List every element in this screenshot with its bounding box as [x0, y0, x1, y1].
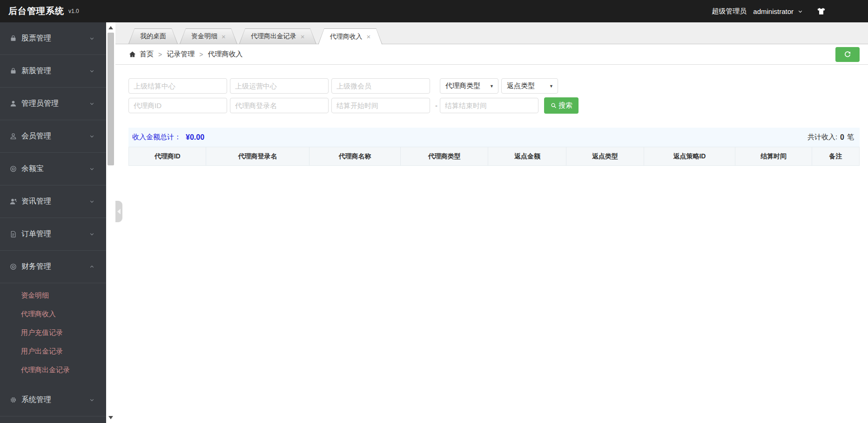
sidebar-item-system-mgmt[interactable]: 系统管理 — [0, 384, 106, 416]
chevron-down-icon[interactable] — [797, 8, 803, 14]
sidebar-subitem-user-withdraw[interactable]: 用户出金记录 — [0, 342, 106, 361]
sidebar-subitem-user-recharge[interactable]: 用户充值记录 — [0, 323, 106, 342]
select-value: 返点类型 — [507, 82, 535, 90]
chevron-down-icon — [89, 166, 95, 172]
filter-form: 代理商类型 ▼ 返点类型 ▼ - 搜索 — [115, 65, 868, 114]
tab-agent-withdraw-records[interactable]: 代理商出金记录 × — [239, 28, 316, 44]
sidebar-scrollbar[interactable] — [106, 22, 115, 423]
sidebar: 股票管理 新股管理 管理员管理 会员管理 余额宝 资讯管理 — [0, 22, 106, 423]
target-icon — [9, 263, 17, 271]
sidebar-item-label: 股票管理 — [21, 34, 51, 43]
tab-label: 代理商出金记录 — [251, 32, 296, 41]
chevron-down-icon — [89, 397, 95, 403]
settle-end-time-input[interactable] — [440, 98, 538, 113]
chevron-down-icon — [89, 68, 95, 74]
chevron-down-icon — [89, 35, 95, 41]
tab-label: 代理商收入 — [330, 33, 363, 41]
subitem-label: 资金明细 — [21, 291, 49, 300]
refresh-icon — [843, 50, 852, 59]
tab-label: 我的桌面 — [140, 32, 166, 41]
subitem-label: 用户出金记录 — [21, 347, 63, 356]
sidebar-item-news-mgmt[interactable]: 资讯管理 — [0, 185, 106, 218]
tab-agent-income[interactable]: 代理商收入 × — [318, 28, 383, 44]
sidebar-item-yuebao[interactable]: 余额宝 — [0, 153, 106, 185]
rebate-type-select[interactable]: 返点类型 ▼ — [501, 78, 558, 94]
parent-settlement-center-input[interactable] — [128, 78, 227, 94]
settle-start-time-input[interactable] — [331, 98, 430, 113]
sidebar-item-label: 管理员管理 — [21, 99, 59, 109]
finance-submenu: 资金明细 代理商收入 用户充值记录 用户出金记录 代理商出金记录 — [0, 283, 106, 384]
filter-row-1: 代理商类型 ▼ 返点类型 ▼ — [128, 78, 860, 94]
sidebar-item-admin-mgmt[interactable]: 管理员管理 — [0, 88, 106, 120]
income-count: 共计收入: 0 笔 — [807, 133, 854, 142]
sidebar-item-order-mgmt[interactable]: 订单管理 — [0, 218, 106, 251]
agent-id-input[interactable] — [128, 98, 227, 113]
chevron-up-icon — [89, 264, 95, 270]
sidebar-item-label: 资讯管理 — [21, 197, 51, 206]
breadcrumb-section[interactable]: 记录管理 — [167, 50, 195, 59]
chevron-down-icon — [89, 133, 95, 139]
agent-login-input[interactable] — [230, 98, 329, 113]
scrollbar-thumb[interactable] — [108, 33, 114, 165]
col-remark: 备注 — [812, 147, 859, 166]
sidebar-subitem-fund-details[interactable]: 资金明细 — [0, 286, 106, 305]
subitem-label: 用户充值记录 — [21, 328, 63, 337]
document-icon — [9, 230, 17, 238]
sidebar-item-finance-mgmt[interactable]: 财务管理 — [0, 251, 106, 283]
refresh-button[interactable] — [835, 47, 860, 62]
search-button[interactable]: 搜索 — [544, 97, 579, 114]
summary-bar: 收入金额总计： ¥0.00 共计收入: 0 笔 — [128, 128, 860, 147]
user-outline-icon — [9, 132, 17, 140]
chevron-down-icon — [89, 231, 95, 237]
sidebar-item-stock-mgmt[interactable]: 股票管理 — [0, 22, 106, 55]
tab-my-desktop[interactable]: 我的桌面 — [128, 28, 178, 44]
user-chat-icon — [9, 198, 17, 205]
tab-fund-details[interactable]: 资金明细 × — [180, 28, 237, 44]
close-icon[interactable]: × — [301, 33, 305, 40]
filter-row-2: - 搜索 — [128, 97, 860, 114]
agent-type-select[interactable]: 代理商类型 ▼ — [440, 78, 498, 94]
topbar-user-area: 超级管理员 administrator — [712, 7, 826, 16]
target-icon — [9, 165, 17, 173]
close-icon[interactable]: × — [222, 33, 226, 40]
subitem-label: 代理商出金记录 — [21, 366, 70, 375]
username[interactable]: administrator — [753, 7, 794, 15]
select-arrow-icon: ▼ — [490, 84, 494, 89]
sidebar-collapse-handle[interactable] — [115, 201, 122, 222]
scroll-up-arrow-icon[interactable] — [108, 26, 113, 29]
sidebar-item-label: 财务管理 — [21, 262, 51, 272]
chevron-down-icon — [89, 198, 95, 205]
col-rebate-type: 返点类型 — [566, 147, 644, 166]
tshirt-icon[interactable] — [816, 7, 826, 16]
briefcase-icon — [9, 67, 17, 75]
subitem-label: 代理商收入 — [21, 310, 56, 319]
col-agent-login: 代理商登录名 — [206, 147, 309, 166]
col-agent-id: 代理商ID — [129, 147, 206, 166]
table-header-row: 代理商ID 代理商登录名 代理商名称 代理商类型 返点金额 返点类型 返点策略I… — [129, 147, 860, 166]
close-icon[interactable]: × — [367, 33, 371, 40]
income-total-value: ¥0.00 — [186, 133, 204, 142]
sidebar-item-newstock-mgmt[interactable]: 新股管理 — [0, 55, 106, 88]
sidebar-item-member-mgmt[interactable]: 会员管理 — [0, 120, 106, 153]
scroll-down-arrow-icon[interactable] — [108, 416, 113, 419]
income-total-label: 收入金额总计： — [132, 133, 181, 142]
sidebar-item-label: 订单管理 — [21, 229, 51, 239]
content-area: 我的桌面 资金明细 × 代理商出金记录 × 代理商收入 × — [115, 22, 868, 423]
tab-label: 资金明细 — [191, 32, 217, 41]
user-icon — [9, 100, 17, 108]
breadcrumb-separator: > — [199, 51, 203, 58]
income-count-value: 0 — [840, 133, 844, 142]
sidebar-subitem-agent-income[interactable]: 代理商收入 — [0, 305, 106, 323]
select-value: 代理商类型 — [445, 82, 480, 90]
breadcrumb-bar: 首页 > 记录管理 > 代理商收入 — [115, 44, 868, 65]
parent-operation-center-input[interactable] — [230, 78, 329, 94]
breadcrumb-home[interactable]: 首页 — [140, 50, 154, 59]
home-icon[interactable] — [128, 50, 136, 58]
parent-micro-member-input[interactable] — [331, 78, 430, 94]
user-role: 超级管理员 — [712, 7, 747, 16]
sidebar-item-label: 余额宝 — [21, 164, 44, 174]
income-count-unit: 笔 — [847, 133, 854, 142]
sidebar-subitem-agent-withdraw[interactable]: 代理商出金记录 — [0, 361, 106, 379]
chevron-left-icon — [117, 209, 121, 214]
sidebar-item-label: 系统管理 — [21, 395, 51, 405]
